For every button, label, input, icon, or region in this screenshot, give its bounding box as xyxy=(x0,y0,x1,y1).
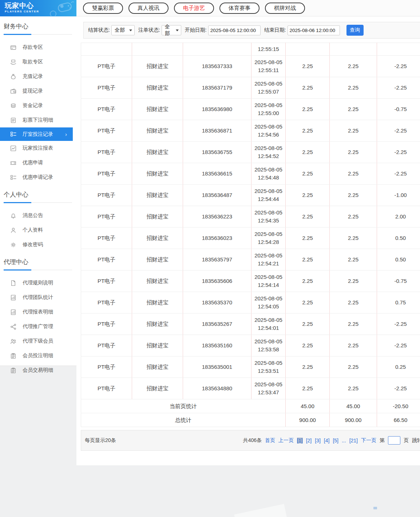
page-link-current[interactable]: [1] xyxy=(297,438,303,443)
settle-status-select[interactable]: 全部 xyxy=(111,25,135,35)
summary-bet: 900.00 xyxy=(286,413,330,427)
sidebar-item[interactable]: 优惠申请 xyxy=(0,155,76,170)
cell-datetime: 2025-08-0512:53:58 xyxy=(251,335,286,356)
cell-datetime: 2025-08-0512:54:14 xyxy=(251,271,286,292)
sidebar-item-label: 会员交易明细 xyxy=(23,367,53,374)
coins-icon xyxy=(10,103,16,109)
jump-prefix-label: 第 xyxy=(380,437,385,444)
sidebar-item[interactable]: 修改密码 xyxy=(0,237,76,252)
page-link[interactable]: [3] xyxy=(315,438,321,443)
cell-game-name: 招财进宝 xyxy=(132,77,183,99)
cell-win-loss: 2.00 xyxy=(377,206,420,228)
share-icon xyxy=(10,324,16,330)
sidebar-item-label: 厅室投注记录 xyxy=(23,131,53,138)
page-link[interactable]: [2] xyxy=(306,438,312,443)
tab-item[interactable]: 雙赢彩票 xyxy=(83,3,123,14)
cell-valid-bet: 2.25 xyxy=(330,356,377,378)
sidebar-item[interactable]: 个人资料 xyxy=(0,223,76,237)
sidebar-item[interactable]: 会员交易明细 xyxy=(0,363,76,378)
floating-widget-icon[interactable] xyxy=(373,507,377,509)
cell-bet-amount: 2.25 xyxy=(286,228,330,249)
tab-active[interactable]: 电子游艺 xyxy=(174,3,214,14)
cell-bet-amount: 2.25 xyxy=(286,313,330,335)
cell-win-loss: -2.25 xyxy=(377,335,420,356)
cell-bet-amount: 2.25 xyxy=(286,271,330,292)
sidebar-item[interactable]: 资金记录 xyxy=(0,98,76,113)
cell-bet-amount: 2.25 xyxy=(286,206,330,228)
jump-page-input[interactable] xyxy=(388,436,400,445)
sidebar-section-title: 代理中心 xyxy=(4,258,76,266)
report-icon xyxy=(10,295,16,301)
query-button[interactable]: 查询 xyxy=(346,25,364,36)
sidebar-item[interactable]: 厅室投注记录› xyxy=(0,127,73,141)
jump-go-label[interactable]: 跳转 xyxy=(412,437,420,444)
jump-suffix-label: 页 xyxy=(404,437,409,444)
page-link[interactable]: [5] xyxy=(333,438,338,443)
sidebar-item[interactable]: 代理团队统计 xyxy=(0,290,76,305)
sidebar-item[interactable]: 取款专区 xyxy=(0,55,76,69)
cell-datetime: 2025-08-0512:54:56 xyxy=(251,120,286,142)
first-page-link[interactable]: 首页 xyxy=(265,437,275,444)
chart-icon xyxy=(10,145,16,151)
next-page-link[interactable]: 下一页 xyxy=(361,437,376,444)
cell-platform: PT电子 xyxy=(81,335,132,356)
page-link[interactable]: [21] xyxy=(349,438,358,443)
report-icon xyxy=(10,309,16,315)
sidebar-item[interactable]: 会员投注明细 xyxy=(0,348,76,363)
sidebar-item[interactable]: 代理推广管理 xyxy=(0,319,76,334)
end-date-input[interactable] xyxy=(288,25,340,35)
sidebar: 玩家中心 PLAYERS CENTER 财务中心存款专区取款专区充值记录提现记录… xyxy=(0,0,76,366)
prev-page-link[interactable]: 上一页 xyxy=(278,437,294,444)
sidebar-item[interactable]: 代理规则说明 xyxy=(0,276,76,290)
sidebar-item[interactable]: 存款专区 xyxy=(0,40,76,55)
cell-win-loss: -1.00 xyxy=(377,185,420,206)
page-link[interactable]: [4] xyxy=(324,438,330,443)
cell-game-name: 招财进宝 xyxy=(132,271,183,292)
cell-order-no: 1835635160 xyxy=(183,335,251,356)
sidebar-item-label: 修改密码 xyxy=(23,241,43,248)
cell-order-no: 1835637179 xyxy=(183,77,251,99)
sidebar-item[interactable]: 提现记录 xyxy=(0,84,76,98)
cell-game-name: 招财进宝 xyxy=(132,313,183,335)
tab-item[interactable]: 体育赛事 xyxy=(219,3,259,14)
sidebar-item[interactable]: 玩家投注报表 xyxy=(0,141,76,155)
page: 玩家中心 PLAYERS CENTER 财务中心存款专区取款专区充值记录提现记录… xyxy=(0,0,420,517)
order-status-select[interactable]: 全部 xyxy=(162,25,181,35)
sidebar-item-label: 代理推广管理 xyxy=(23,323,53,330)
sidebar-item-label: 资金记录 xyxy=(23,102,43,109)
tab-item[interactable]: 棋牌对战 xyxy=(265,3,305,14)
cell-platform: PT电子 xyxy=(81,313,132,335)
chevron-right-icon: › xyxy=(65,131,67,137)
order-status-label: 注单状态: xyxy=(138,27,160,33)
tab-item[interactable]: 真人视讯 xyxy=(128,3,169,14)
section-divider xyxy=(0,269,76,271)
sidebar-item[interactable]: 优惠申请记录 xyxy=(0,170,76,185)
cell-empty xyxy=(132,43,183,56)
cell-datetime: 2025-08-0512:54:21 xyxy=(251,249,286,271)
cell-bet-amount: 2.25 xyxy=(286,335,330,356)
sidebar-section-title: 个人中心 xyxy=(4,190,76,199)
cell-datetime: 2025-08-0512:54:05 xyxy=(251,292,286,313)
cell-game-name: 招财进宝 xyxy=(132,56,183,77)
cell-valid-bet: 2.25 xyxy=(330,249,377,271)
sidebar-item-label: 优惠申请记录 xyxy=(23,174,53,181)
cell-valid-bet: 2.25 xyxy=(330,292,377,313)
cell-platform: PT电子 xyxy=(81,271,132,292)
cell-order-no: 1835636023 xyxy=(183,228,251,249)
summary-row: 当前页统计45.0045.00-20.50 xyxy=(81,399,420,413)
org-list-icon xyxy=(10,131,16,137)
table-row-partial: 12:55:15 xyxy=(81,43,420,56)
sidebar-nav: 财务中心存款专区取款专区充值记录提现记录资金记录彩票下注明细厅室投注记录›玩家投… xyxy=(0,22,76,378)
page-ellipsis: ... xyxy=(342,438,346,443)
sidebar-item[interactable]: 代理下级会员 xyxy=(0,334,76,348)
sidebar-item-label: 取款专区 xyxy=(23,59,43,65)
cell-game-name: 招财进宝 xyxy=(132,292,183,313)
sidebar-item[interactable]: 代理报表明细 xyxy=(0,305,76,319)
sidebar-item[interactable]: 消息公告 xyxy=(0,208,76,223)
start-date-input[interactable] xyxy=(208,25,261,35)
sidebar-item[interactable]: 充值记录 xyxy=(0,69,76,84)
cell-datetime: 2025-08-0512:55:11 xyxy=(251,56,286,77)
cell-bet-amount: 2.25 xyxy=(286,142,330,163)
sidebar-item[interactable]: 彩票下注明细 xyxy=(0,113,76,127)
background-watermark xyxy=(234,504,288,517)
